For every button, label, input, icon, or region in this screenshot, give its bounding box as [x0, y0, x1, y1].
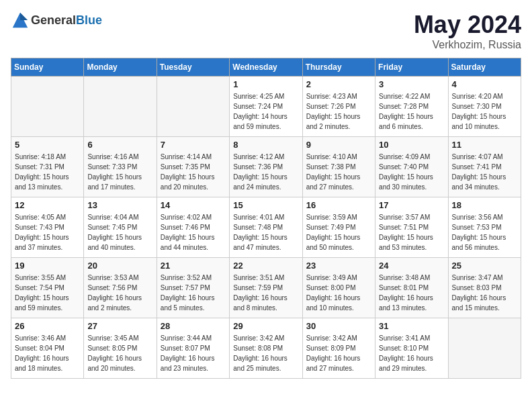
day-info: Sunrise: 4:23 AMSunset: 7:26 PMDaylight:…	[306, 91, 371, 132]
day-cell-20: 20Sunrise: 3:53 AMSunset: 7:56 PMDayligh…	[84, 258, 157, 318]
day-number: 18	[452, 200, 517, 210]
day-info: Sunrise: 4:01 AMSunset: 7:48 PMDaylight:…	[233, 212, 298, 253]
week-row-2: 5Sunrise: 4:18 AMSunset: 7:31 PMDaylight…	[11, 137, 521, 197]
day-cell-22: 22Sunrise: 3:51 AMSunset: 7:59 PMDayligh…	[230, 258, 302, 318]
day-number: 14	[161, 200, 226, 210]
empty-cell	[157, 77, 229, 137]
day-info: Sunrise: 3:49 AMSunset: 8:00 PMDaylight:…	[306, 273, 371, 313]
day-cell-3: 3Sunrise: 4:22 AMSunset: 7:28 PMDaylight…	[375, 77, 448, 137]
day-info: Sunrise: 4:22 AMSunset: 7:28 PMDaylight:…	[379, 91, 444, 132]
day-cell-26: 26Sunrise: 3:46 AMSunset: 8:04 PMDayligh…	[11, 318, 84, 379]
day-number: 4	[452, 79, 517, 89]
day-number: 15	[233, 200, 298, 210]
day-cell-2: 2Sunrise: 4:23 AMSunset: 7:26 PMDaylight…	[302, 77, 375, 137]
day-cell-16: 16Sunrise: 3:59 AMSunset: 7:49 PMDayligh…	[302, 197, 375, 258]
day-number: 31	[379, 321, 444, 331]
logo-general-text: General	[31, 13, 76, 27]
day-cell-29: 29Sunrise: 3:42 AMSunset: 8:08 PMDayligh…	[230, 318, 302, 379]
day-number: 24	[379, 261, 444, 271]
header-day-thursday: Thursday	[302, 58, 375, 77]
day-info: Sunrise: 3:55 AMSunset: 7:54 PMDaylight:…	[15, 273, 80, 313]
day-cell-4: 4Sunrise: 4:20 AMSunset: 7:30 PMDaylight…	[448, 77, 521, 137]
day-cell-13: 13Sunrise: 4:04 AMSunset: 7:45 PMDayligh…	[84, 197, 157, 258]
header-day-friday: Friday	[375, 58, 448, 77]
day-info: Sunrise: 3:57 AMSunset: 7:51 PMDaylight:…	[379, 212, 444, 253]
empty-cell	[84, 77, 157, 137]
day-number: 7	[161, 140, 226, 150]
week-row-1: 1Sunrise: 4:25 AMSunset: 7:24 PMDaylight…	[11, 77, 521, 137]
day-number: 3	[379, 79, 444, 89]
day-number: 20	[87, 261, 152, 271]
header-day-monday: Monday	[84, 58, 157, 77]
day-info: Sunrise: 4:10 AMSunset: 7:38 PMDaylight:…	[306, 152, 371, 192]
day-number: 19	[15, 261, 80, 271]
day-info: Sunrise: 3:46 AMSunset: 8:04 PMDaylight:…	[15, 333, 80, 373]
day-number: 1	[233, 79, 298, 89]
day-cell-10: 10Sunrise: 4:09 AMSunset: 7:40 PMDayligh…	[375, 137, 448, 197]
week-row-4: 19Sunrise: 3:55 AMSunset: 7:54 PMDayligh…	[11, 258, 521, 318]
day-cell-27: 27Sunrise: 3:45 AMSunset: 8:05 PMDayligh…	[84, 318, 157, 379]
day-info: Sunrise: 3:42 AMSunset: 8:08 PMDaylight:…	[233, 333, 298, 373]
day-number: 12	[15, 200, 80, 210]
day-cell-11: 11Sunrise: 4:07 AMSunset: 7:41 PMDayligh…	[448, 137, 521, 197]
day-number: 6	[87, 140, 152, 150]
header-day-sunday: Sunday	[11, 58, 84, 77]
day-info: Sunrise: 3:42 AMSunset: 8:09 PMDaylight:…	[306, 333, 371, 373]
day-info: Sunrise: 4:02 AMSunset: 7:46 PMDaylight:…	[161, 212, 226, 253]
svg-marker-1	[20, 13, 28, 20]
day-cell-14: 14Sunrise: 4:02 AMSunset: 7:46 PMDayligh…	[157, 197, 229, 258]
day-info: Sunrise: 3:45 AMSunset: 8:05 PMDaylight:…	[87, 333, 152, 373]
day-cell-6: 6Sunrise: 4:16 AMSunset: 7:33 PMDaylight…	[84, 137, 157, 197]
day-cell-7: 7Sunrise: 4:14 AMSunset: 7:35 PMDaylight…	[157, 137, 229, 197]
day-info: Sunrise: 4:07 AMSunset: 7:41 PMDaylight:…	[452, 152, 517, 192]
day-info: Sunrise: 3:59 AMSunset: 7:49 PMDaylight:…	[306, 212, 371, 253]
empty-cell	[11, 77, 84, 137]
day-cell-23: 23Sunrise: 3:49 AMSunset: 8:00 PMDayligh…	[302, 258, 375, 318]
week-row-5: 26Sunrise: 3:46 AMSunset: 8:04 PMDayligh…	[11, 318, 521, 379]
calendar-table: SundayMondayTuesdayWednesdayThursdayFrid…	[11, 58, 521, 379]
header-day-wednesday: Wednesday	[230, 58, 302, 77]
day-number: 29	[233, 321, 298, 331]
day-number: 28	[161, 321, 226, 331]
empty-cell	[448, 318, 521, 379]
day-number: 16	[306, 200, 371, 210]
day-cell-25: 25Sunrise: 3:47 AMSunset: 8:03 PMDayligh…	[448, 258, 521, 318]
day-number: 30	[306, 321, 371, 331]
page-header: GeneralBlue May 2024 Verkhozim, Russia	[11, 11, 521, 51]
header-day-tuesday: Tuesday	[157, 58, 229, 77]
day-cell-8: 8Sunrise: 4:12 AMSunset: 7:36 PMDaylight…	[230, 137, 302, 197]
day-cell-1: 1Sunrise: 4:25 AMSunset: 7:24 PMDaylight…	[230, 77, 302, 137]
day-number: 8	[233, 140, 298, 150]
day-number: 11	[452, 140, 517, 150]
day-info: Sunrise: 4:25 AMSunset: 7:24 PMDaylight:…	[233, 91, 298, 132]
day-cell-12: 12Sunrise: 4:05 AMSunset: 7:43 PMDayligh…	[11, 197, 84, 258]
day-info: Sunrise: 3:52 AMSunset: 7:57 PMDaylight:…	[161, 273, 226, 313]
calendar-location: Verkhozim, Russia	[414, 39, 521, 51]
day-cell-5: 5Sunrise: 4:18 AMSunset: 7:31 PMDaylight…	[11, 137, 84, 197]
day-cell-31: 31Sunrise: 3:41 AMSunset: 8:10 PMDayligh…	[375, 318, 448, 379]
day-info: Sunrise: 4:18 AMSunset: 7:31 PMDaylight:…	[15, 152, 80, 192]
day-info: Sunrise: 4:14 AMSunset: 7:35 PMDaylight:…	[161, 152, 226, 192]
day-number: 23	[306, 261, 371, 271]
logo-icon	[11, 11, 30, 30]
day-number: 22	[233, 261, 298, 271]
day-info: Sunrise: 3:44 AMSunset: 8:07 PMDaylight:…	[161, 333, 226, 373]
day-number: 13	[87, 200, 152, 210]
day-number: 25	[452, 261, 517, 271]
day-number: 9	[306, 140, 371, 150]
day-number: 10	[379, 140, 444, 150]
day-info: Sunrise: 3:51 AMSunset: 7:59 PMDaylight:…	[233, 273, 298, 313]
day-info: Sunrise: 3:56 AMSunset: 7:53 PMDaylight:…	[452, 212, 517, 253]
day-cell-18: 18Sunrise: 3:56 AMSunset: 7:53 PMDayligh…	[448, 197, 521, 258]
header-day-saturday: Saturday	[448, 58, 521, 77]
day-info: Sunrise: 3:53 AMSunset: 7:56 PMDaylight:…	[87, 273, 152, 313]
day-cell-28: 28Sunrise: 3:44 AMSunset: 8:07 PMDayligh…	[157, 318, 229, 379]
day-info: Sunrise: 3:47 AMSunset: 8:03 PMDaylight:…	[452, 273, 517, 313]
day-info: Sunrise: 4:20 AMSunset: 7:30 PMDaylight:…	[452, 91, 517, 132]
day-info: Sunrise: 4:05 AMSunset: 7:43 PMDaylight:…	[15, 212, 80, 253]
day-cell-30: 30Sunrise: 3:42 AMSunset: 8:09 PMDayligh…	[302, 318, 375, 379]
day-cell-15: 15Sunrise: 4:01 AMSunset: 7:48 PMDayligh…	[230, 197, 302, 258]
day-number: 5	[15, 140, 80, 150]
logo: GeneralBlue	[11, 11, 102, 30]
day-number: 27	[87, 321, 152, 331]
